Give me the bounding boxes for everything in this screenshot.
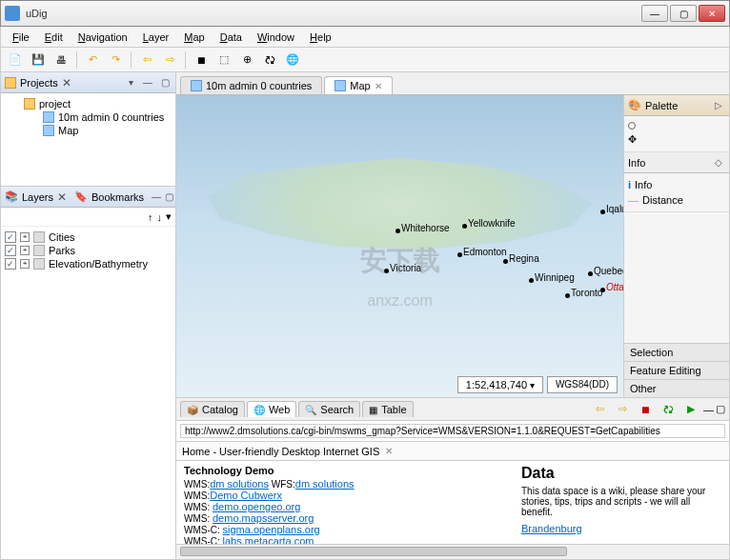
print-button[interactable]: 🖶: [51, 50, 71, 70]
menu-map[interactable]: Map: [176, 30, 212, 45]
layers-menu-icon[interactable]: —: [152, 190, 161, 204]
bottom-max-icon[interactable]: ▢: [716, 403, 725, 415]
palette-tab-other[interactable]: Other: [624, 379, 729, 397]
web-forward-button[interactable]: ⇨: [612, 400, 633, 419]
menu-data[interactable]: Data: [213, 30, 250, 45]
layer-checkbox[interactable]: ✓: [5, 258, 16, 270]
url-input[interactable]: [180, 424, 725, 438]
search-icon[interactable]: [628, 122, 636, 130]
refresh-button[interactable]: 🗘: [259, 50, 280, 70]
tab-close-icon[interactable]: ✕: [375, 81, 382, 91]
city-label: Iqaluit: [606, 204, 624, 214]
web-line: WMS:dm solutions WFS:dm solutions: [184, 478, 521, 490]
minimize-panel-icon[interactable]: —: [141, 76, 154, 90]
menu-edit[interactable]: Edit: [37, 30, 71, 45]
tab-catalog[interactable]: 📦 Catalog: [180, 401, 245, 417]
expand-icon[interactable]: +: [20, 232, 30, 242]
nav-back-button[interactable]: ⇦: [136, 50, 157, 70]
layers-max-icon[interactable]: ▢: [165, 190, 173, 204]
tab-table[interactable]: ▦ Table: [362, 401, 413, 417]
watermark-sub: anxz.com: [367, 292, 432, 310]
layers-close-icon[interactable]: ✕: [57, 190, 67, 204]
web-link[interactable]: demo.mapsserver.org: [213, 512, 314, 524]
map-scale[interactable]: 1:52,418,740 ▾: [457, 376, 543, 393]
menu-window[interactable]: Window: [250, 30, 302, 45]
layer-menu-icon[interactable]: ▾: [166, 210, 172, 223]
web-link[interactable]: dm solutions: [210, 478, 269, 490]
web-stop-button[interactable]: ⏹: [635, 400, 656, 419]
layer-checkbox[interactable]: ✓: [5, 231, 16, 243]
expand-icon[interactable]: +: [20, 246, 30, 255]
expand-icon[interactable]: +: [20, 259, 30, 269]
web-link[interactable]: sigma.openplans.org: [223, 524, 320, 535]
project-item[interactable]: 10m admin 0 countries: [5, 110, 172, 124]
web-link[interactable]: dm solutions: [295, 478, 355, 490]
tab-search[interactable]: 🔍 Search: [298, 401, 360, 417]
stop-button[interactable]: ⏹: [191, 50, 212, 70]
web-line: WMS:Demo Cubwerx: [184, 490, 521, 501]
layers-icon: 📚: [5, 190, 18, 203]
horizontal-scrollbar[interactable]: [176, 544, 729, 559]
web-line: WMS-C: sigma.openplans.org: [184, 524, 521, 535]
tool-button-2[interactable]: ⊕: [236, 50, 257, 70]
layer-row[interactable]: ✓ + Elevation/Bathymetry: [5, 257, 172, 270]
layer-row[interactable]: ✓ + Cities: [5, 230, 172, 244]
projects-menu-icon[interactable]: ▾: [124, 76, 137, 90]
layer-down-icon[interactable]: ↓: [157, 211, 163, 223]
bottom-min-icon[interactable]: —: [703, 404, 714, 415]
menu-layer[interactable]: Layer: [135, 30, 177, 45]
map-crs[interactable]: WGS84(DD): [547, 376, 618, 393]
redo-button[interactable]: ↷: [105, 50, 126, 70]
web-refresh-button[interactable]: 🗘: [658, 400, 679, 419]
scroll-thumb[interactable]: [180, 547, 567, 556]
palette-tab-feature-editing[interactable]: Feature Editing: [624, 361, 729, 379]
editor-tab-active[interactable]: Map ✕: [324, 76, 392, 94]
city-dot: [588, 271, 593, 276]
menu-help[interactable]: Help: [302, 30, 339, 45]
layer-row[interactable]: ✓ + Parks: [5, 244, 172, 257]
close-button[interactable]: ✕: [699, 5, 725, 22]
info-collapse-icon[interactable]: ◇: [712, 156, 725, 170]
project-root[interactable]: project: [5, 97, 172, 110]
layer-checkbox[interactable]: ✓: [5, 245, 16, 256]
new-button[interactable]: 📄: [5, 50, 26, 70]
breadcrumb-close-icon[interactable]: ✕: [385, 446, 393, 456]
menu-file[interactable]: File: [5, 30, 37, 45]
map-icon: [43, 125, 54, 136]
menu-navigation[interactable]: Navigation: [71, 30, 135, 45]
nav-forward-button[interactable]: ⇨: [159, 50, 180, 70]
map-canvas[interactable]: WhitehorseYellowknifeIqaluitVictoriaEdmo…: [176, 95, 624, 397]
distance-tool[interactable]: — Distance: [628, 192, 725, 208]
layer-up-icon[interactable]: ↑: [148, 211, 153, 223]
raster-layer-icon: [33, 258, 45, 270]
web-link[interactable]: Demo Cubwerx: [210, 490, 282, 501]
undo-button[interactable]: ↶: [82, 50, 103, 70]
breadcrumb-text[interactable]: Home - User-friendly Desktop Internet GI…: [182, 446, 379, 457]
web-link[interactable]: labs.metacarta.com: [223, 535, 314, 544]
app-icon: [5, 6, 20, 21]
folder-icon: [24, 98, 35, 110]
tool-button-1[interactable]: ⬚: [213, 50, 234, 70]
palette-arrow-icon[interactable]: ▷: [712, 99, 725, 112]
maximize-panel-icon[interactable]: ▢: [158, 76, 172, 90]
maximize-button[interactable]: ▢: [670, 5, 697, 22]
globe-button[interactable]: 🌐: [282, 50, 303, 70]
info-tool[interactable]: i Info: [628, 177, 725, 192]
data-link[interactable]: Brandenburg: [521, 523, 582, 534]
palette-tab-selection[interactable]: Selection: [624, 343, 729, 361]
web-link[interactable]: demo.opengeo.org: [213, 501, 300, 512]
data-text: This data space is a wiki, please share …: [521, 486, 721, 517]
web-go-button[interactable]: ▶: [680, 400, 701, 419]
editor-tab[interactable]: 10m admin 0 countries: [180, 76, 322, 94]
minimize-button[interactable]: —: [641, 5, 668, 22]
project-item[interactable]: Map: [5, 124, 172, 137]
city-label: Winnipeg: [535, 272, 575, 283]
save-button[interactable]: 💾: [28, 50, 49, 70]
pan-icon[interactable]: ✥: [628, 133, 637, 146]
data-heading: Data: [521, 465, 721, 482]
projects-close-icon[interactable]: ✕: [62, 76, 71, 90]
web-back-button[interactable]: ⇦: [589, 400, 610, 419]
city-dot: [457, 252, 462, 257]
bookmarks-title[interactable]: Bookmarks: [91, 191, 144, 203]
tab-web[interactable]: 🌐 Web: [247, 401, 296, 417]
